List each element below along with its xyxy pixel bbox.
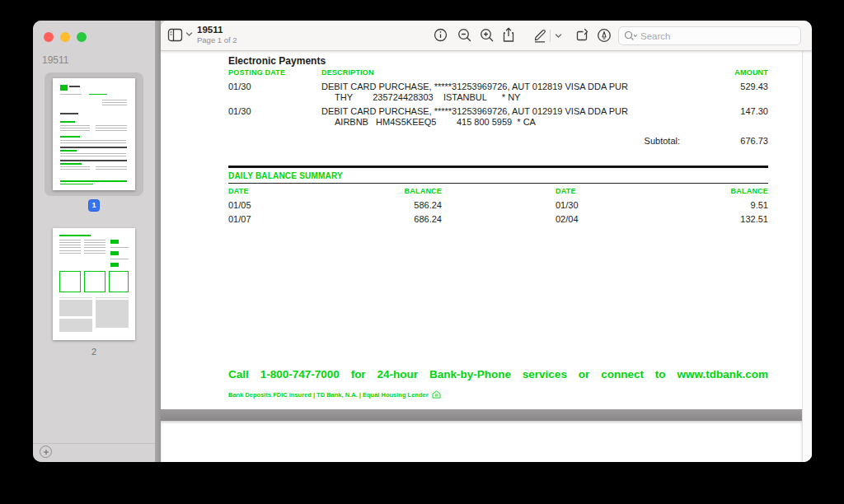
dbs-header-balance-2: BALANCE: [731, 187, 768, 195]
pdf-page-2: [161, 421, 802, 462]
statement-footer: Bank Deposits FDIC Insured | TD Bank, N.…: [228, 390, 441, 399]
page-thumbnail-1[interactable]: [53, 78, 135, 190]
markup-pen-icon: [532, 28, 547, 43]
document-title: 19511: [197, 25, 237, 35]
col-header-description: DESCRIPTION: [321, 68, 374, 77]
markup-options-chevron[interactable]: [555, 33, 562, 39]
highlight-button[interactable]: [597, 28, 612, 43]
dbs-cell: 586.24: [228, 200, 442, 210]
preview-window: 19511: [33, 21, 812, 462]
share-button[interactable]: [502, 27, 515, 43]
sidebar-doc-title: 19511: [42, 54, 68, 66]
window-controls: [44, 32, 87, 42]
share-icon: [502, 27, 515, 43]
payment-row-date: 01/30: [228, 106, 251, 116]
toolbar-separator: [550, 30, 551, 42]
dbs-cell: 01/30: [556, 200, 579, 210]
sidebar-toggle-button[interactable]: [167, 28, 183, 42]
col-header-amount: AMOUNT: [734, 68, 768, 77]
sidebar-options-chevron[interactable]: [185, 31, 193, 37]
markup-button[interactable]: [532, 28, 547, 43]
page-2-label: 2: [33, 347, 155, 357]
section-title-electronic-payments: Electronic Payments: [228, 55, 326, 67]
document-title-block: 19511 Page 1 of 2: [197, 25, 237, 44]
zoom-in-icon: [480, 28, 495, 43]
page-1-badge: 1: [88, 199, 100, 212]
page-gap: [161, 409, 802, 421]
minimize-button[interactable]: [60, 32, 70, 42]
chevron-down-icon: [555, 33, 562, 39]
rotate-icon: [575, 28, 591, 43]
search-icon: [624, 30, 637, 41]
plus-icon: [41, 447, 51, 457]
rotate-button[interactable]: [575, 28, 591, 43]
info-button[interactable]: [434, 28, 448, 42]
subtotal-value: 676.73: [740, 136, 768, 146]
sidebar-bottom-divider: [33, 443, 155, 444]
dbs-cell: 9.51: [751, 200, 768, 210]
payment-row-description: DEBIT CARD PURCHASE, *****31253969726, A…: [321, 106, 628, 116]
page-thumbnail-2[interactable]: [53, 228, 135, 340]
zoom-out-button[interactable]: [457, 28, 472, 43]
equal-housing-icon: [432, 390, 441, 399]
page-indicator: Page 1 of 2: [197, 35, 237, 44]
search-input[interactable]: [640, 31, 772, 41]
payment-row-description: DEBIT CARD PURCHASE, *****31253969726, A…: [321, 82, 628, 91]
search-field[interactable]: [618, 26, 801, 45]
payment-row-amount: 529.43: [740, 82, 768, 91]
zoom-out-icon: [457, 28, 472, 43]
pdf-page-1: Electronic Payments POSTING DATE DESCRIP…: [161, 51, 802, 409]
toolbar: 19511 Page 1 of 2: [161, 21, 812, 51]
payment-row-date: 01/30: [228, 82, 251, 91]
payment-row-description-2: THY 235724428303 ISTANBUL * NY: [335, 92, 520, 102]
zoom-in-button[interactable]: [480, 28, 495, 43]
payment-row-description-2: AIRBNB HM4S5KEEQ5 415 800 5959 * CA: [335, 117, 536, 127]
subtotal-label: Subtotal:: [228, 136, 680, 146]
thumbnail-sidebar: 19511: [33, 21, 155, 462]
sidebar-icon: [167, 28, 183, 42]
info-icon: [434, 28, 448, 42]
sidebar-split-divider[interactable]: [155, 21, 161, 462]
col-header-posting-date: POSTING DATE: [228, 68, 285, 77]
close-button[interactable]: [44, 32, 54, 42]
dbs-cell: 686.24: [228, 214, 442, 224]
payment-row-amount: 147.30: [740, 106, 768, 116]
document-viewport[interactable]: Electronic Payments POSTING DATE DESCRIP…: [161, 51, 812, 462]
dbs-cell: 02/04: [556, 214, 579, 224]
bank-by-phone-line: Call 1-800-747-7000 for 24-hour Bank-by-…: [228, 368, 768, 380]
zoom-plus-button[interactable]: [40, 446, 52, 458]
section-divider-thick: [228, 166, 768, 168]
scrollbar-track[interactable]: [802, 51, 812, 462]
dbs-header-balance-1: BALANCE: [228, 187, 442, 195]
dbs-header-date-2: DATE: [556, 187, 576, 195]
footer-text: Bank Deposits FDIC Insured | TD Bank, N.…: [228, 391, 429, 399]
section-title-daily-balance: DAILY BALANCE SUMMARY: [228, 171, 343, 180]
dbs-cell: 132.51: [740, 214, 768, 224]
highlight-pen-icon: [597, 28, 612, 43]
zoom-button[interactable]: [77, 32, 87, 42]
chevron-down-icon: [185, 31, 193, 37]
section-divider-thin: [228, 183, 768, 184]
